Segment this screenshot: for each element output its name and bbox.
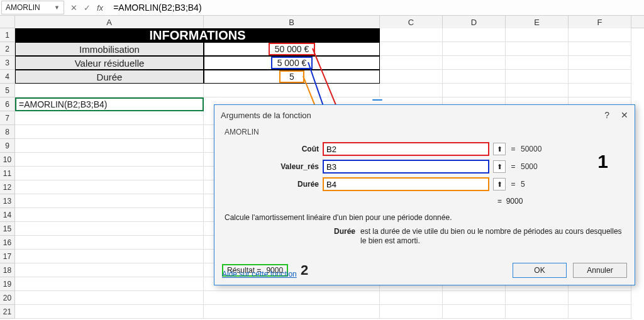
column-header-F[interactable]: F <box>569 16 631 28</box>
cell[interactable] <box>15 222 204 236</box>
row-header[interactable]: 14 <box>0 208 15 222</box>
cell[interactable] <box>15 250 204 263</box>
fx-icon[interactable]: fx <box>97 3 103 13</box>
cell-B2[interactable]: 50 000 € <box>204 42 380 56</box>
row-header[interactable]: 8 <box>0 125 15 139</box>
row-header[interactable]: 17 <box>0 250 15 263</box>
row-header[interactable]: 16 <box>0 236 15 250</box>
cell[interactable] <box>569 70 631 84</box>
cell[interactable] <box>380 305 443 319</box>
column-header-A[interactable]: A <box>15 16 204 28</box>
cell[interactable] <box>15 263 204 277</box>
cell[interactable] <box>506 56 569 70</box>
cell[interactable] <box>443 56 506 70</box>
cell[interactable] <box>506 84 569 97</box>
cell[interactable] <box>506 28 569 42</box>
label-valeur-residuelle[interactable]: Valeur résiduelle <box>15 56 204 70</box>
cell[interactable] <box>443 291 506 305</box>
cell[interactable] <box>15 277 204 291</box>
cell[interactable] <box>506 305 569 319</box>
cell[interactable] <box>443 70 506 84</box>
cell[interactable] <box>443 28 506 42</box>
cell-A6-active[interactable]: =AMORLIN(B2;B3;B4) <box>15 97 204 111</box>
row-header[interactable]: 18 <box>0 263 15 277</box>
arg-input-valeur-res[interactable] <box>323 160 489 174</box>
cell[interactable] <box>506 291 569 305</box>
cell[interactable] <box>443 305 506 319</box>
cell[interactable] <box>380 291 443 305</box>
cell[interactable] <box>380 56 443 70</box>
row-header[interactable]: 20 <box>0 291 15 305</box>
cell[interactable] <box>15 180 204 194</box>
cell[interactable] <box>569 305 631 319</box>
close-icon[interactable]: ✕ <box>621 110 628 120</box>
cancel-button[interactable]: Annuler <box>573 263 627 278</box>
ok-button[interactable]: OK <box>513 263 567 278</box>
row-header[interactable]: 5 <box>0 84 15 97</box>
cell[interactable] <box>204 84 380 97</box>
cell[interactable] <box>15 291 204 305</box>
cell[interactable] <box>380 84 443 97</box>
cell[interactable] <box>204 291 380 305</box>
range-picker-icon[interactable]: ⬆ <box>493 160 506 173</box>
row-header[interactable]: 11 <box>0 167 15 180</box>
select-all-corner[interactable] <box>0 16 15 28</box>
column-header-E[interactable]: E <box>506 16 569 28</box>
dialog-titlebar[interactable]: Arguments de la fonction ? ✕ <box>214 105 635 125</box>
cell-B3[interactable]: 5 000 € <box>204 56 380 70</box>
cell[interactable] <box>380 28 443 42</box>
row-header[interactable]: 6 <box>0 97 15 111</box>
cell[interactable] <box>15 208 204 222</box>
cell[interactable] <box>15 236 204 250</box>
column-header-C[interactable]: C <box>380 16 443 28</box>
row-header[interactable]: 10 <box>0 153 15 167</box>
range-picker-icon[interactable]: ⬆ <box>493 178 506 190</box>
cell[interactable] <box>506 70 569 84</box>
row-header[interactable]: 3 <box>0 56 15 70</box>
row-header[interactable]: 1 <box>0 28 15 42</box>
name-box[interactable]: AMORLIN ▼ <box>1 1 64 14</box>
cell[interactable] <box>443 42 506 56</box>
cell[interactable] <box>569 84 631 97</box>
cell[interactable] <box>380 70 443 84</box>
arg-input-duree[interactable] <box>323 177 489 191</box>
cell[interactable] <box>569 56 631 70</box>
cancel-icon[interactable]: ✕ <box>70 3 77 13</box>
row-header[interactable]: 7 <box>0 111 15 125</box>
row-header[interactable]: 9 <box>0 139 15 153</box>
row-header[interactable]: 15 <box>0 222 15 236</box>
row-header[interactable]: 13 <box>0 194 15 208</box>
cell[interactable] <box>15 139 204 153</box>
cell[interactable] <box>15 84 204 97</box>
cell[interactable] <box>443 84 506 97</box>
row-header[interactable]: 4 <box>0 70 15 84</box>
enter-icon[interactable]: ✓ <box>84 3 91 13</box>
column-header-D[interactable]: D <box>443 16 506 28</box>
help-link[interactable]: Aide sur cette fonction <box>222 270 297 279</box>
formula-input[interactable] <box>113 1 644 14</box>
row-header[interactable]: 19 <box>0 277 15 291</box>
label-immobilisation[interactable]: Immobilisation <box>15 42 204 56</box>
cell[interactable] <box>15 153 204 167</box>
chevron-down-icon[interactable]: ▼ <box>54 4 60 11</box>
label-duree[interactable]: Durée <box>15 70 204 84</box>
cell[interactable] <box>15 167 204 180</box>
cell[interactable] <box>569 291 631 305</box>
row-header[interactable]: 21 <box>0 305 15 319</box>
cell[interactable] <box>15 305 204 319</box>
cell[interactable] <box>569 28 631 42</box>
column-header-B[interactable]: B <box>204 16 380 28</box>
arg-input-cout[interactable] <box>323 142 489 156</box>
cell[interactable] <box>569 42 631 56</box>
cell-B4[interactable]: 5 <box>204 70 380 84</box>
cell[interactable] <box>506 42 569 56</box>
help-icon[interactable]: ? <box>604 110 609 120</box>
range-picker-icon[interactable]: ⬆ <box>493 143 506 155</box>
cell[interactable] <box>15 194 204 208</box>
row-header[interactable]: 12 <box>0 180 15 194</box>
cell[interactable] <box>15 125 204 139</box>
cell[interactable] <box>204 305 380 319</box>
informations-header[interactable]: INFORMATIONS <box>15 28 380 42</box>
row-header[interactable]: 2 <box>0 42 15 56</box>
cell[interactable] <box>380 42 443 56</box>
